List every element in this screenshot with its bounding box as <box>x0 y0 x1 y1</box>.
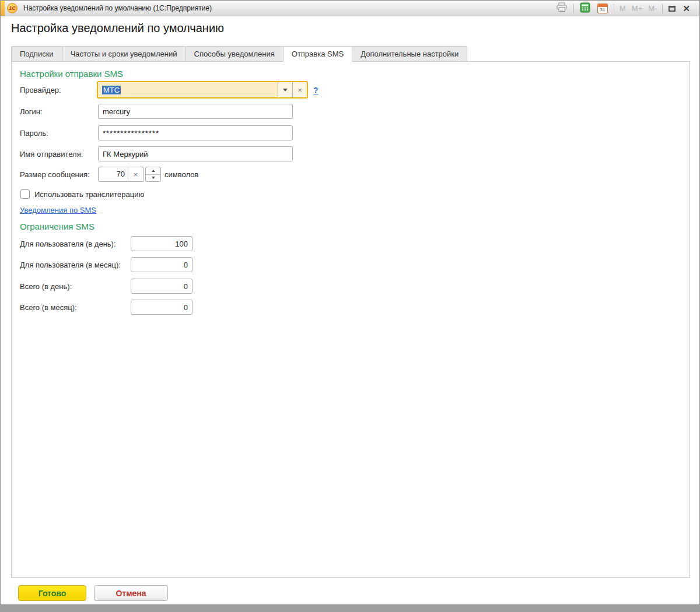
limit-user-per-day-input[interactable] <box>131 236 192 251</box>
limit-total-per-day-label: Всего (в день): <box>20 282 72 291</box>
close-button[interactable]: ✕ <box>679 2 694 15</box>
provider-help-link[interactable]: ? <box>313 86 318 95</box>
print-button[interactable] <box>552 2 571 15</box>
limit-user-per-day-label: Для пользователя (в день): <box>20 240 116 248</box>
calculator-icon <box>580 2 590 15</box>
page-title: Настройка уведомлений по умолчанию <box>11 22 224 35</box>
sms-limits-section-title: Ограничения SMS <box>20 221 94 231</box>
login-input[interactable] <box>98 104 293 119</box>
sms-notifications-link[interactable]: Уведомления по SMS <box>20 206 96 214</box>
provider-label: Провайдер: <box>20 86 61 94</box>
sender-name-label: Имя отправителя: <box>20 150 83 159</box>
calendar-button[interactable]: 31 <box>594 2 611 15</box>
titlebar: 1С Настройка уведомлений по умолчанию (1… <box>1 1 699 16</box>
memory-m-minus-button[interactable]: M- <box>645 2 660 15</box>
message-size-input[interactable]: 70 × <box>98 167 144 182</box>
close-icon: ✕ <box>682 4 690 13</box>
tab-bar: Подписки Частоты и сроки уведомлений Спо… <box>11 46 467 62</box>
calendar-icon: 31 <box>597 3 608 13</box>
message-size-label: Размер сообщения: <box>20 170 90 179</box>
done-button[interactable]: Готово <box>18 585 86 601</box>
sms-sending-section-title: Настройки отправки SMS <box>20 69 123 79</box>
transliteration-label[interactable]: Использовать транслитерацию <box>34 190 144 199</box>
chevron-down-icon <box>283 89 288 92</box>
stepper-down-button[interactable] <box>146 175 160 182</box>
1c-logo-icon: 1С <box>7 3 18 13</box>
login-label: Логин: <box>20 107 43 116</box>
message-size-value[interactable]: 70 <box>99 167 128 181</box>
clear-icon: × <box>298 86 302 94</box>
stepper-up-button[interactable] <box>146 167 160 175</box>
app-window: 1С Настройка уведомлений по умолчанию (1… <box>0 0 700 605</box>
titlebar-separator <box>662 4 663 13</box>
tab-subscriptions[interactable]: Подписки <box>11 46 62 62</box>
limit-total-per-month-input[interactable] <box>131 300 192 315</box>
titlebar-separator <box>614 4 614 13</box>
provider-clear-button[interactable]: × <box>292 82 307 97</box>
sms-settings-panel: Настройки отправки SMS Провайдер: МТС × … <box>11 61 690 578</box>
message-size-group: 70 × <box>98 167 161 182</box>
printer-icon <box>556 2 568 15</box>
memory-m-button[interactable]: M <box>617 2 629 15</box>
calculator-button[interactable] <box>576 2 594 15</box>
provider-dropdown-button[interactable] <box>278 82 292 97</box>
message-size-suffix: символов <box>164 170 198 179</box>
titlebar-accent <box>1 1 5 16</box>
tab-additional-settings[interactable]: Дополнительные настройки <box>352 46 467 62</box>
maximize-icon <box>668 6 676 12</box>
arrow-up-icon <box>152 170 155 172</box>
memory-m-plus-button[interactable]: M+ <box>629 2 645 15</box>
tab-notification-methods[interactable]: Способы уведомления <box>186 46 284 62</box>
message-size-stepper <box>145 167 161 182</box>
titlebar-separator <box>573 4 574 13</box>
provider-selected-text: МТС <box>102 86 121 94</box>
cancel-button[interactable]: Отмена <box>94 585 168 601</box>
provider-combobox[interactable]: МТС × <box>97 81 308 99</box>
tab-frequencies[interactable]: Частоты и сроки уведомлений <box>62 46 186 62</box>
sender-name-input[interactable] <box>98 146 293 161</box>
tab-sms-sending[interactable]: Отправка SMS <box>283 46 352 62</box>
password-input[interactable] <box>98 125 293 140</box>
provider-value[interactable]: МТС <box>98 82 278 97</box>
limit-user-per-month-label: Для пользователя (в месяц): <box>20 261 121 269</box>
message-size-clear-button[interactable]: × <box>128 167 143 181</box>
password-label: Пароль: <box>20 129 48 138</box>
limit-total-per-month-label: Всего (в месяц): <box>20 303 77 312</box>
maximize-button[interactable] <box>665 2 679 15</box>
arrow-down-icon <box>152 177 155 179</box>
limit-total-per-day-input[interactable] <box>131 279 192 294</box>
window-title: Настройка уведомлений по умолчанию (1С:П… <box>23 4 212 12</box>
transliteration-checkbox[interactable] <box>20 189 30 199</box>
limit-user-per-month-input[interactable] <box>131 257 192 272</box>
